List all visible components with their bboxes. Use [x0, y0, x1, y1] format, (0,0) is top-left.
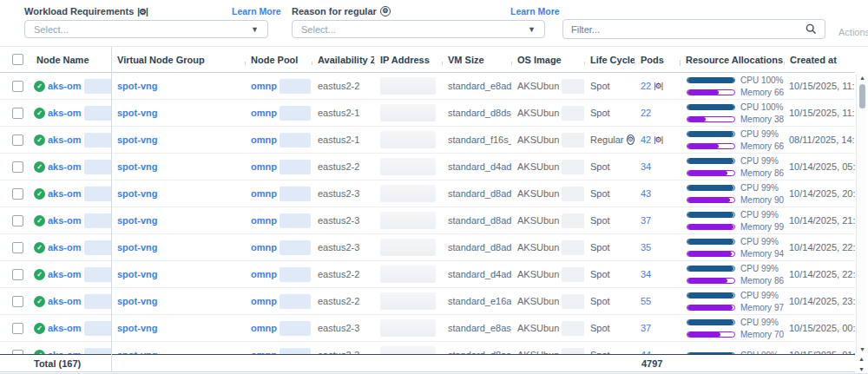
- pods-count-link[interactable]: 34: [641, 161, 651, 172]
- pods-gear-icon: |⚙|: [654, 82, 662, 90]
- virtual-node-group-link[interactable]: spot-vng: [117, 323, 157, 333]
- cpu-allocation-row: CPU 99%: [687, 318, 779, 327]
- virtual-node-group-link[interactable]: spot-vng: [117, 215, 157, 226]
- pods-count-link[interactable]: 43: [641, 188, 651, 199]
- virtual-node-group-cell: spot-vng: [111, 323, 245, 333]
- os-image-text: AKSUbun: [517, 215, 559, 226]
- node-pool-link[interactable]: omnp: [251, 188, 277, 199]
- pods-count-link[interactable]: 22: [641, 81, 651, 91]
- virtual-node-group-link[interactable]: spot-vng: [117, 242, 157, 253]
- cpu-allocation-row: CPU 99%: [687, 183, 779, 193]
- node-pool-link[interactable]: omnp: [251, 135, 277, 145]
- resource-allocations-cell: CPU 99% Memory 97%: [680, 291, 784, 312]
- col-header-os-image[interactable]: OS Image: [511, 55, 584, 65]
- node-name-link[interactable]: aks-om: [48, 242, 82, 253]
- pods-count-link[interactable]: 37: [641, 323, 651, 333]
- os-image-text: AKSUbun: [517, 242, 559, 253]
- node-name-link[interactable]: aks-om: [48, 215, 82, 226]
- node-name-link[interactable]: aks-om: [48, 135, 82, 145]
- col-header-ip-address[interactable]: IP Address: [374, 55, 442, 65]
- redacted-node-name: [84, 106, 111, 121]
- col-header-node-pool[interactable]: Node Pool: [245, 55, 312, 65]
- col-header-pods[interactable]: Pods: [635, 55, 680, 65]
- pods-count-link[interactable]: 37: [641, 215, 651, 226]
- virtual-node-group-link[interactable]: spot-vng: [117, 269, 157, 279]
- node-name-link[interactable]: aks-om: [48, 323, 82, 333]
- row-checkbox[interactable]: [12, 215, 23, 226]
- pods-count-link[interactable]: 42: [641, 135, 651, 145]
- row-checkbox[interactable]: [12, 269, 23, 280]
- node-pool-link[interactable]: omnp: [251, 242, 277, 253]
- row-checkbox[interactable]: [12, 296, 23, 307]
- row-checkbox[interactable]: [12, 108, 23, 119]
- col-header-node-name[interactable]: Node Name: [30, 55, 111, 65]
- node-pool-link[interactable]: omnp: [251, 81, 277, 91]
- row-checkbox[interactable]: [12, 188, 23, 200]
- node-pool-link[interactable]: omnp: [251, 296, 277, 306]
- table-row: ✓ aks-om spot-vng omnp eastus2-2 standar…: [0, 73, 855, 100]
- reason-learn-more-link[interactable]: Learn More: [510, 6, 560, 16]
- reason-for-regular-select[interactable]: Select... ▼: [292, 20, 545, 38]
- scrollbar-thumb[interactable]: [859, 84, 865, 108]
- row-checkbox-cell: [0, 323, 30, 334]
- col-header-resource-allocations[interactable]: Resource Allocations ↓ ≡: [680, 53, 784, 66]
- node-healthy-icon: ✓: [34, 323, 45, 334]
- row-checkbox[interactable]: [12, 242, 23, 253]
- scroll-down-icon[interactable]: ▼: [856, 366, 867, 372]
- pods-count-link[interactable]: 55: [641, 296, 651, 306]
- node-name-link[interactable]: aks-om: [48, 188, 82, 199]
- node-pool-link[interactable]: omnp: [251, 323, 277, 333]
- scroll-down-icon[interactable]: ▼: [857, 346, 868, 352]
- vm-size-cell: standard_e8as_v4: [442, 323, 511, 333]
- redacted-os-image: [562, 79, 584, 94]
- virtual-node-group-cell: spot-vng: [111, 135, 245, 145]
- node-pool-link[interactable]: omnp: [251, 161, 277, 172]
- filter-search-input[interactable]: Filter...: [562, 19, 825, 39]
- virtual-node-group-link[interactable]: spot-vng: [117, 188, 157, 199]
- node-pool-cell: omnp: [245, 133, 312, 148]
- node-pool-link[interactable]: omnp: [251, 215, 277, 226]
- search-icon: [806, 23, 817, 35]
- virtual-node-group-link[interactable]: spot-vng: [117, 161, 157, 172]
- row-checkbox[interactable]: [12, 161, 23, 173]
- memory-bar-fill: [687, 332, 720, 337]
- col-header-availability-zone[interactable]: Availability Zone: [312, 55, 374, 65]
- os-image-cell: AKSUbun .: [511, 348, 584, 355]
- footer-scroll-arrows[interactable]: ▲ ▼: [856, 356, 867, 372]
- virtual-node-group-link[interactable]: spot-vng: [117, 296, 157, 306]
- redacted-os-image: [562, 267, 584, 282]
- node-name-link[interactable]: aks-om: [48, 296, 82, 306]
- row-checkbox[interactable]: [12, 323, 23, 334]
- memory-allocation-row: Memory 90%: [687, 195, 784, 205]
- node-name-link[interactable]: aks-om: [48, 108, 82, 118]
- col-header-created-at[interactable]: Created at: [784, 55, 855, 65]
- redacted-node-pool: [279, 267, 311, 282]
- node-name-link[interactable]: aks-om: [48, 269, 82, 279]
- node-pool-link[interactable]: omnp: [251, 108, 277, 118]
- node-name-link[interactable]: aks-om: [48, 161, 82, 172]
- actions-button[interactable]: Actions: [838, 27, 868, 37]
- row-checkbox[interactable]: [12, 135, 23, 146]
- virtual-node-group-link[interactable]: spot-vng: [117, 81, 157, 91]
- select-all-checkbox[interactable]: [12, 54, 23, 65]
- workload-requirements-select[interactable]: Select... ▼: [24, 20, 268, 38]
- pods-count-link[interactable]: 22: [641, 108, 651, 118]
- virtual-node-group-link[interactable]: spot-vng: [117, 108, 157, 118]
- redacted-ip-address: [380, 346, 436, 354]
- pods-count-link[interactable]: 35: [641, 242, 651, 253]
- pods-count-link[interactable]: 34: [641, 269, 651, 279]
- col-header-life-cycle[interactable]: Life Cycle: [584, 55, 635, 65]
- col-header-vm-size[interactable]: VM Size: [442, 55, 511, 65]
- os-image-cell: AKSUbun .: [511, 133, 584, 148]
- node-name-link[interactable]: aks-om: [48, 81, 82, 91]
- node-pool-cell: omnp: [245, 240, 312, 255]
- node-pool-link[interactable]: omnp: [251, 269, 277, 279]
- row-checkbox[interactable]: [12, 81, 23, 92]
- workload-learn-more-link[interactable]: Learn More: [232, 6, 281, 16]
- scroll-up-icon[interactable]: ▲: [856, 356, 867, 362]
- scroll-up-icon[interactable]: ▲: [857, 75, 868, 81]
- memory-bar: [687, 251, 735, 257]
- vertical-scrollbar[interactable]: ▲ ▼: [856, 74, 867, 353]
- col-header-virtual-node-group[interactable]: Virtual Node Group: [111, 55, 245, 65]
- virtual-node-group-link[interactable]: spot-vng: [117, 135, 157, 145]
